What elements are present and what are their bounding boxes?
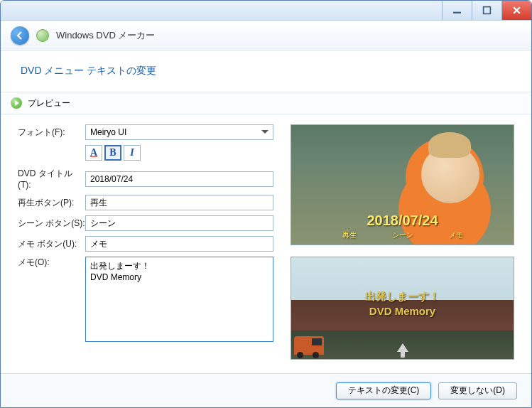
- dvd-title-input[interactable]: [85, 171, 273, 187]
- font-color-button[interactable]: A: [85, 145, 102, 161]
- minimize-button[interactable]: [442, 1, 472, 20]
- preview-memo: メモ: [449, 230, 463, 240]
- arrow-left-icon: [15, 31, 25, 41]
- preview-image: [421, 145, 479, 203]
- play-icon[interactable]: [11, 97, 22, 109]
- preview-dvd-title: 2018/07/24: [291, 213, 514, 229]
- scene-button-label: シーン ボタン(S):: [18, 218, 85, 230]
- app-title: Windows DVD メーカー: [56, 29, 155, 42]
- up-arrow-icon: [397, 343, 408, 352]
- preview-memo-text: 出発しまーす！ DVD Memory: [291, 289, 514, 318]
- preview-panel: 2018/07/24 再生 シーン メモ 出発しまーす！ DVD Memory: [291, 124, 514, 363]
- play-button-input[interactable]: [85, 195, 273, 210]
- memo-preview: 出発しまーす！ DVD Memory: [291, 257, 514, 360]
- play-button-label: 再生ボタン(P):: [18, 197, 85, 209]
- memo-button-input[interactable]: [85, 236, 273, 252]
- content: フォント(F): Meiryo UI A B I DVD タイトル(T): 再生…: [1, 114, 531, 373]
- change-text-button[interactable]: テキストの変更(C): [336, 382, 432, 399]
- scene-button-input[interactable]: [85, 215, 273, 231]
- menu-preview: 2018/07/24 再生 シーン メモ: [291, 124, 514, 245]
- preview-toolbar: プレビュー: [1, 92, 531, 114]
- svg-rect-1: [484, 7, 491, 14]
- preview-scene: シーン: [392, 230, 413, 240]
- svg-rect-0: [453, 12, 461, 14]
- preview-menu-items: 再生 シーン メモ: [291, 230, 514, 240]
- titlebar: [1, 1, 531, 21]
- window: Windows DVD メーカー DVD メニュー テキストの変更 プレビュー …: [0, 0, 532, 408]
- bold-button[interactable]: B: [104, 145, 121, 161]
- maximize-button[interactable]: [472, 1, 501, 20]
- no-change-button[interactable]: 変更しない(D): [438, 382, 517, 399]
- footer: テキストの変更(C) 変更しない(D): [1, 373, 531, 407]
- memo-button-label: メモ ボタン(U):: [18, 238, 85, 250]
- preview-label[interactable]: プレビュー: [28, 97, 70, 109]
- form: フォント(F): Meiryo UI A B I DVD タイトル(T): 再生…: [18, 124, 273, 363]
- app-icon: [36, 29, 49, 42]
- page-title: DVD メニュー テキストの変更: [1, 50, 531, 92]
- font-select[interactable]: Meiryo UI: [85, 124, 273, 140]
- memo-label: メモ(O):: [18, 257, 85, 269]
- italic-button[interactable]: I: [124, 145, 141, 161]
- font-label: フォント(F):: [18, 127, 85, 139]
- preview-van-image: [294, 336, 324, 355]
- close-button[interactable]: [501, 1, 531, 20]
- dvd-title-label: DVD タイトル(T):: [18, 168, 85, 190]
- memo-textarea[interactable]: 出発しまーす！ DVD Memory: [85, 257, 273, 342]
- back-button[interactable]: [11, 26, 29, 45]
- preview-play: 再生: [342, 230, 357, 240]
- header: Windows DVD メーカー: [1, 21, 531, 50]
